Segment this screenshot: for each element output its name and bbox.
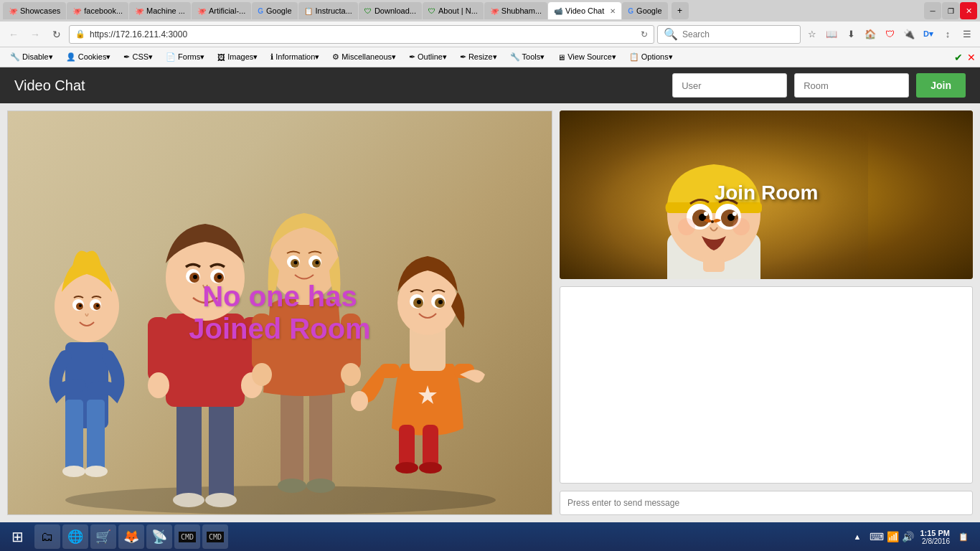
bookmark-cookies-icon: 👤 bbox=[66, 52, 76, 62]
tab-machine[interactable]: 🐙 Machine ... bbox=[129, 2, 191, 19]
right-panel: Join Room bbox=[552, 110, 973, 515]
tab-google2[interactable]: G Google bbox=[622, 2, 667, 19]
svg-point-31 bbox=[278, 479, 306, 493]
bookmark-images-icon: 🖼 bbox=[217, 53, 225, 62]
tab-close-videochat[interactable]: ✕ bbox=[610, 7, 616, 15]
notification-chevron[interactable]: ▲ bbox=[851, 531, 864, 542]
star-button[interactable]: ☆ bbox=[804, 26, 821, 43]
tab-label-shubham: Shubham... bbox=[501, 6, 542, 15]
close-browser-button[interactable]: ✕ bbox=[960, 2, 977, 19]
bookmark-cookies[interactable]: 👤 Cookies▾ bbox=[60, 51, 117, 63]
bookmark-tools-icon: 🔧 bbox=[510, 52, 520, 62]
menu-button[interactable]: ☰ bbox=[958, 26, 976, 43]
tab-icon-instructa: 📋 bbox=[304, 7, 313, 15]
chat-input[interactable] bbox=[567, 498, 965, 508]
bookmark-forms[interactable]: 📄 Forms▾ bbox=[160, 51, 210, 63]
tab-icon-facebook: 🐙 bbox=[72, 7, 81, 15]
bookmark-resize[interactable]: ✒ Resize▾ bbox=[454, 51, 503, 63]
refresh-button[interactable]: ↻ bbox=[47, 25, 66, 44]
clock-time: 1:15 PM bbox=[920, 529, 950, 537]
bookmark-css[interactable]: ✒ CSS▾ bbox=[118, 51, 159, 63]
bookmark-outline[interactable]: ✒ Outline▾ bbox=[403, 51, 453, 63]
taskbar-torrent[interactable]: 📡 bbox=[146, 524, 172, 549]
taskbar-clock[interactable]: 1:15 PM 2/8/2016 bbox=[920, 529, 950, 545]
svg-point-50 bbox=[351, 391, 368, 411]
bookmark-images[interactable]: 🖼 Images▾ bbox=[212, 51, 263, 63]
tab-label-facebook: facebook... bbox=[84, 6, 123, 15]
network-icon: 📶 bbox=[887, 531, 899, 542]
chat-messages[interactable] bbox=[560, 286, 973, 484]
search-area: 🔍 bbox=[657, 25, 801, 44]
ie-icon: 🌐 bbox=[67, 529, 83, 545]
extension-button[interactable]: 🔌 bbox=[900, 26, 918, 43]
bookmark-disable-label: Disable▾ bbox=[22, 52, 53, 62]
user-input[interactable] bbox=[672, 73, 787, 98]
tab-about[interactable]: 🛡 About | N... bbox=[423, 2, 484, 19]
address-input[interactable] bbox=[90, 29, 636, 39]
address-bar: 🔒 ↻ bbox=[69, 25, 654, 44]
refresh-icon[interactable]: ↻ bbox=[641, 29, 648, 39]
bookmark-options[interactable]: 📋 Options▾ bbox=[623, 51, 679, 63]
reading-list-button[interactable]: 📖 bbox=[823, 26, 840, 43]
volume-icon[interactable]: 🔊 bbox=[902, 531, 914, 542]
svg-point-43 bbox=[252, 363, 272, 386]
taskbar-ie[interactable]: 🌐 bbox=[62, 524, 88, 549]
bookmark-tools[interactable]: 🔧 Tools▾ bbox=[504, 51, 551, 63]
tab-instructa[interactable]: 📋 Instructa... bbox=[298, 2, 358, 19]
bookmark-cookies-label: Cookies▾ bbox=[78, 52, 111, 62]
download-icon-button[interactable]: ⬇ bbox=[842, 26, 859, 43]
tab-artificial[interactable]: 🐙 Artificial-... bbox=[192, 2, 251, 19]
taskbar-cmd2[interactable]: CMD bbox=[202, 524, 228, 549]
start-button[interactable]: ⊞ bbox=[3, 522, 32, 551]
svg-point-39 bbox=[294, 261, 298, 265]
tab-showcases[interactable]: 🐙 Showcases bbox=[3, 2, 66, 19]
svg-point-71 bbox=[704, 212, 708, 216]
minimize-button[interactable]: ─ bbox=[924, 2, 941, 19]
tab-download[interactable]: 🛡 Download... bbox=[359, 2, 422, 19]
taskbar-cmd1[interactable]: CMD bbox=[174, 524, 200, 549]
tab-facebook[interactable]: 🐙 facebook... bbox=[67, 2, 128, 19]
taskbar-store[interactable]: 🛒 bbox=[90, 524, 116, 549]
svg-point-73 bbox=[678, 218, 695, 235]
tab-label-google2: Google bbox=[636, 6, 661, 15]
join-button[interactable]: Join bbox=[916, 73, 966, 98]
bookmark-options-icon: 📋 bbox=[629, 52, 639, 62]
taskbar-items: 🗂 🌐 🛒 🦊 📡 CMD CMD bbox=[32, 524, 851, 549]
taskbar-firefox[interactable]: 🦊 bbox=[118, 524, 144, 549]
sync-button[interactable]: ↕ bbox=[939, 26, 956, 43]
bookmark-resize-icon: ✒ bbox=[460, 52, 466, 62]
svg-point-58 bbox=[417, 300, 421, 304]
tab-google1[interactable]: G Google bbox=[252, 2, 297, 19]
tab-icon-google2: G bbox=[628, 7, 633, 15]
bookmark-check-icon: ✔ bbox=[954, 52, 963, 63]
tab-label-download: Download... bbox=[374, 6, 416, 15]
svg-point-12 bbox=[96, 304, 99, 307]
profile-button[interactable]: D▾ bbox=[920, 26, 937, 43]
action-center-button[interactable]: 📋 bbox=[956, 531, 971, 543]
back-button[interactable]: ← bbox=[4, 25, 23, 44]
bookmark-cancel-icon[interactable]: ✕ bbox=[967, 52, 976, 63]
bookmark-tools-label: Tools▾ bbox=[522, 52, 545, 62]
new-tab-button[interactable]: + bbox=[672, 2, 689, 19]
bookmark-viewsource[interactable]: 🖥 View Source▾ bbox=[552, 51, 622, 63]
tab-videochat[interactable]: 📹 Video Chat ✕ bbox=[548, 2, 621, 19]
bookmark-viewsource-label: View Source▾ bbox=[567, 52, 616, 62]
tab-shubham[interactable]: 🐙 Shubham... bbox=[484, 2, 547, 19]
search-input[interactable] bbox=[682, 29, 794, 39]
bookmark-information[interactable]: ℹ Information▾ bbox=[265, 51, 325, 63]
taskbar: ⊞ 🗂 🌐 🛒 🦊 📡 CMD CMD ▲ ⌨ 📶 🔊 bbox=[0, 522, 980, 551]
shield-button[interactable]: 🛡 bbox=[881, 26, 898, 43]
restore-button[interactable]: ❐ bbox=[942, 2, 959, 19]
forward-button[interactable]: → bbox=[26, 25, 44, 44]
tab-label-machine: Machine ... bbox=[146, 6, 185, 15]
svg-point-47 bbox=[395, 462, 418, 474]
bookmark-disable[interactable]: 🔧 Disable▾ bbox=[4, 51, 59, 63]
windows-logo-icon: ⊞ bbox=[11, 528, 24, 545]
bookmark-miscellaneous[interactable]: ⚙ Miscellaneous▾ bbox=[326, 51, 402, 63]
svg-rect-41 bbox=[252, 314, 272, 371]
home-button[interactable]: 🏠 bbox=[862, 26, 879, 43]
taskbar-file-explorer[interactable]: 🗂 bbox=[34, 524, 60, 549]
room-input[interactable] bbox=[794, 73, 909, 98]
join-room-label: Join Room bbox=[715, 181, 819, 204]
svg-point-59 bbox=[438, 300, 443, 304]
